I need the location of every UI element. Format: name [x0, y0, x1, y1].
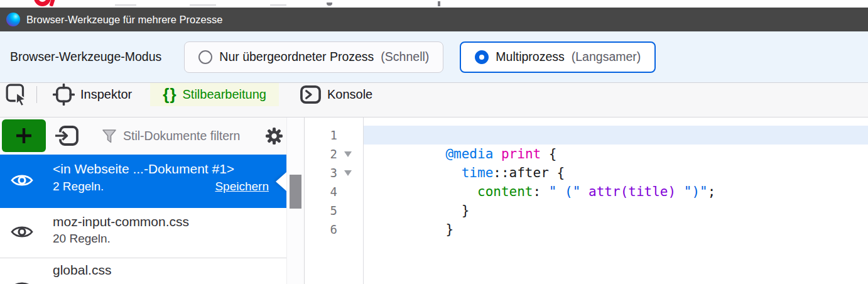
mode-option-hint: (Langsamer): [572, 50, 641, 64]
code-line[interactable]: }: [364, 220, 868, 239]
code-line[interactable]: [364, 126, 868, 145]
styleeditor-panel: <in Webseite ...-Dokument #1> 2 Regeln. …: [0, 117, 868, 284]
stylesheet-sidebar: <in Webseite ...-Dokument #1> 2 Regeln. …: [0, 117, 286, 284]
save-link[interactable]: Speichern: [215, 180, 269, 194]
toolbox-mode-row: Browser-Werkzeuge-Modus Nur übergeordnet…: [0, 31, 868, 83]
background-page-strip: [0, 0, 868, 8]
background-logo-fragment: [34, 0, 51, 6]
mode-option-multiprocess[interactable]: Multiprozess (Langsamer): [460, 41, 656, 73]
line-number: 2: [305, 147, 337, 161]
window-titlebar: Browser-Werkzeuge für mehrere Prozesse: [0, 8, 868, 31]
tab-stilbearbeitung[interactable]: {} Stilbearbeitung: [150, 83, 279, 106]
gutter-row: 5: [305, 201, 363, 220]
element-picker-icon: [5, 83, 29, 107]
tab-konsole[interactable]: Konsole: [289, 83, 383, 106]
gutter-row: 1: [305, 126, 363, 145]
tab-label: Inspektor: [80, 87, 132, 102]
stylesheet-item-global-css[interactable]: global.css: [0, 258, 286, 284]
gutter-row: 6: [305, 220, 363, 239]
tab-label: Konsole: [327, 87, 372, 102]
tab-inspektor[interactable]: Inspektor: [42, 83, 143, 106]
visibility-eye-icon[interactable]: [10, 280, 34, 284]
css-source-editor[interactable]: 123456 @media print { time::after { cont…: [304, 117, 868, 284]
editor-gutter: 123456: [305, 117, 364, 284]
console-icon: [300, 84, 322, 106]
devtools-tab-bar: Inspektor {} Stilbearbeitung Konsole: [0, 83, 868, 117]
code-line[interactable]: content: " (" attr(title) ")";: [364, 182, 868, 201]
rule-count: 2 Regeln.: [53, 180, 104, 194]
line-number: 6: [305, 222, 337, 236]
fold-arrow-icon[interactable]: [344, 170, 352, 176]
radio-selected-icon[interactable]: [475, 50, 489, 64]
import-stylesheet-button[interactable]: [54, 124, 79, 150]
line-number: 1: [305, 128, 337, 142]
sidebar-scrollbar[interactable]: [286, 117, 304, 284]
radio-unselected-icon[interactable]: [198, 50, 212, 64]
line-number: 3: [305, 166, 337, 180]
import-icon: [54, 124, 79, 148]
element-picker-button[interactable]: [1, 83, 33, 106]
fold-arrow-icon[interactable]: [344, 151, 352, 157]
visibility-eye-icon[interactable]: [10, 172, 34, 191]
tab-label: Stilbearbeitung: [183, 87, 266, 102]
filter-stylesheets-input[interactable]: [123, 126, 255, 145]
line-number: 4: [305, 185, 337, 199]
gear-icon: [264, 126, 284, 146]
stylesheet-title: moz-input-common.css: [53, 214, 284, 229]
code-line[interactable]: @media print {: [364, 145, 868, 163]
mode-option-hint: (Schnell): [381, 50, 429, 64]
gutter-row: 3: [305, 163, 363, 182]
stylesheet-title: <in Webseite ...-Dokument #1>: [53, 161, 284, 177]
toolbar-divider: [36, 86, 37, 103]
mode-row-label: Browser-Werkzeuge-Modus: [10, 50, 161, 64]
stylesheet-item-moz-input-common[interactable]: moz-input-common.css 20 Regeln.: [0, 208, 286, 258]
filter-funnel-icon: [102, 129, 117, 146]
plus-icon: [14, 126, 33, 145]
mode-option-label: Multiprozess: [496, 50, 564, 64]
new-stylesheet-button[interactable]: [2, 119, 46, 152]
line-number: 5: [305, 204, 337, 217]
sidebar-toolbar: [0, 117, 286, 155]
code-line[interactable]: }: [364, 201, 868, 220]
editor-code-area[interactable]: @media print { time::after { content: " …: [364, 117, 868, 284]
mode-option-parent-process[interactable]: Nur übergeordneter Prozess (Schnell): [184, 41, 443, 73]
inspector-icon: [53, 84, 75, 106]
firefox-logo-icon: [6, 13, 20, 26]
scrollbar-thumb[interactable]: [290, 175, 301, 209]
stylesheet-title: global.css: [53, 263, 284, 278]
gutter-row: 4: [305, 182, 363, 201]
rule-count: 20 Regeln.: [53, 232, 286, 246]
gutter-row: 2: [305, 145, 363, 163]
selected-item-arrow: [276, 172, 286, 191]
code-line[interactable]: time::after {: [364, 163, 868, 182]
braces-icon: {}: [163, 86, 176, 102]
settings-button[interactable]: [264, 126, 284, 148]
visibility-eye-icon[interactable]: [10, 224, 34, 243]
window-title: Browser-Werkzeuge für mehrere Prozesse: [26, 14, 222, 26]
background-logo-fragment: [49, 0, 55, 7]
stylesheet-item-inline-document[interactable]: <in Webseite ...-Dokument #1> 2 Regeln. …: [0, 155, 286, 208]
mode-option-label: Nur übergeordneter Prozess: [219, 50, 374, 64]
